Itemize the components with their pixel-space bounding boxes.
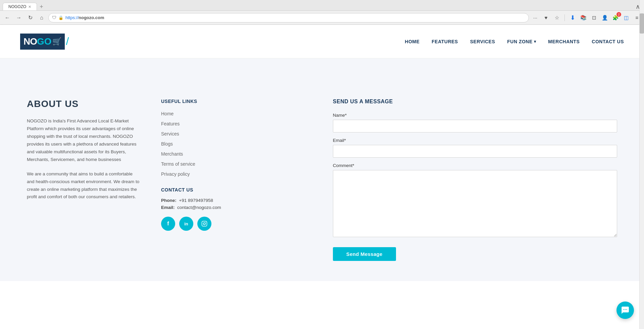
extensions-icon[interactable]: 🧩 2 — [611, 13, 620, 22]
name-label: Name* — [333, 113, 617, 118]
link-terms[interactable]: Terms of service — [161, 161, 195, 167]
footer-contact-info: CONTACT US Phone: +91 8979497958 Email: … — [161, 187, 313, 231]
useful-links-list: Home Features Services Blogs Merchants T… — [161, 111, 313, 177]
footer-section: ABOUT US NOGOZO is India's First Advance… — [0, 78, 644, 281]
list-item: Privacy policy — [161, 171, 313, 177]
logo-no-text: NO — [23, 36, 37, 47]
svg-point-1 — [203, 223, 205, 225]
nav-item-home[interactable]: HOME — [405, 39, 419, 44]
container-icon[interactable]: ◫ — [622, 13, 631, 22]
email-label: Email* — [333, 138, 617, 143]
list-item: Home — [161, 111, 313, 117]
name-field-group: Name* — [333, 113, 617, 132]
footer-about: ABOUT US NOGOZO is India's First Advance… — [27, 99, 141, 261]
site-header: NO GO 🛒 / HOME FEATURES SERVICES FUN ZON… — [0, 25, 644, 58]
logo-go-text: GO — [37, 36, 52, 47]
lock-icon: 🔒 — [58, 15, 63, 20]
extensions-badge: 2 — [616, 12, 621, 17]
back-button[interactable]: ← — [3, 13, 12, 22]
logo-cart-icon: 🛒 — [52, 37, 61, 46]
shield-icon: 🛡 — [52, 15, 56, 20]
list-item: Terms of service — [161, 161, 313, 167]
link-features[interactable]: Features — [161, 121, 180, 126]
library-icon[interactable]: 📚 — [579, 13, 588, 22]
send-message-button[interactable]: Send Message — [333, 247, 396, 261]
nav-item-funzone[interactable]: FUN ZONE ▾ — [507, 39, 536, 44]
email-value: contact@nogozo.com — [177, 205, 221, 210]
email-input[interactable] — [333, 145, 617, 158]
about-para1: NOGOZO is India's First Advanced Local E… — [27, 117, 141, 164]
link-blogs[interactable]: Blogs — [161, 141, 173, 147]
facebook-icon[interactable]: f — [161, 217, 175, 231]
download-icon[interactable]: ⬇ — [568, 13, 577, 22]
comment-label: Comment* — [333, 163, 617, 168]
reload-button[interactable]: ↻ — [26, 13, 35, 22]
hero-gap — [0, 58, 644, 78]
email-label: Email: — [161, 205, 175, 210]
browser-tab[interactable]: NOGOZO ✕ — [3, 3, 37, 10]
home-button[interactable]: ⌂ — [37, 13, 46, 22]
logo-slash: / — [66, 35, 69, 48]
phone-label: Phone: — [161, 198, 177, 203]
scrollbar-thumb[interactable] — [640, 13, 644, 34]
list-item: Services — [161, 131, 313, 137]
tab-close-icon[interactable]: ✕ — [28, 5, 31, 9]
nav-item-services[interactable]: SERVICES — [470, 39, 495, 44]
funzone-dropdown-arrow: ▾ — [534, 39, 536, 44]
link-merchants[interactable]: Merchants — [161, 151, 183, 157]
site-nav: HOME FEATURES SERVICES FUN ZONE ▾ MERCHA… — [405, 39, 624, 44]
website: NO GO 🛒 / HOME FEATURES SERVICES FUN ZON… — [0, 25, 644, 281]
comment-field-group: Comment* — [333, 163, 617, 238]
divider — [564, 14, 565, 21]
contact-email: Email: contact@nogozo.com — [161, 205, 313, 210]
about-para2: We are a community that aims to build a … — [27, 170, 141, 201]
social-icons: f in — [161, 217, 313, 231]
star-icon[interactable]: ☆ — [552, 13, 561, 22]
contact-phone: Phone: +91 8979497958 — [161, 198, 313, 203]
tab-title: NOGOZO — [8, 4, 26, 9]
browser-toolbar: ← → ↻ ⌂ 🛡 🔒 https://nogozo.com ··· ♥ ☆ ⬇… — [0, 11, 644, 25]
nav-item-contact[interactable]: CONTACT US — [592, 39, 624, 44]
email-field-group: Email* — [333, 138, 617, 158]
comment-textarea[interactable] — [333, 170, 617, 237]
footer-links-column: USEFUL LINKS Home Features Services Blog… — [161, 99, 313, 261]
forward-button[interactable]: → — [14, 13, 23, 22]
pocket-icon[interactable]: ♥ — [542, 13, 550, 22]
list-item: Merchants — [161, 151, 313, 157]
phone-value: +91 8979497958 — [179, 198, 213, 203]
url-display[interactable]: https://nogozo.com — [65, 15, 104, 20]
instagram-icon[interactable] — [197, 217, 211, 231]
browser-toolbar-icons: ··· ♥ ☆ ⬇ 📚 ⊡ 👤 🧩 2 ◫ ≡ — [531, 13, 641, 22]
new-tab-button[interactable]: + — [40, 3, 43, 10]
sync-icon[interactable]: ⊡ — [590, 13, 598, 22]
browser-tab-bar: NOGOZO ✕ + ∧ — [0, 0, 644, 11]
logo-box: NO GO 🛒 — [20, 34, 65, 50]
nav-item-features[interactable]: FEATURES — [432, 39, 458, 44]
list-item: Blogs — [161, 141, 313, 147]
link-privacy[interactable]: Privacy policy — [161, 171, 190, 177]
nav-item-merchants[interactable]: MERCHANTS — [548, 39, 580, 44]
link-services[interactable]: Services — [161, 131, 179, 136]
svg-point-2 — [205, 222, 206, 223]
footer-form: SEND US A MESSAGE Name* Email* Comment* … — [333, 99, 617, 261]
profile-icon[interactable]: 👤 — [600, 13, 609, 22]
logo[interactable]: NO GO 🛒 / — [20, 34, 69, 50]
contact-info-heading: CONTACT US — [161, 187, 313, 193]
name-input[interactable] — [333, 120, 617, 132]
more-options-icon[interactable]: ··· — [531, 13, 540, 22]
address-bar[interactable]: 🛡 🔒 https://nogozo.com — [48, 13, 529, 22]
scrollbar-track — [639, 0, 644, 281]
list-item: Features — [161, 121, 313, 127]
link-home[interactable]: Home — [161, 111, 174, 116]
svg-rect-0 — [202, 221, 207, 226]
linkedin-icon[interactable]: in — [179, 217, 193, 231]
about-heading: ABOUT US — [27, 99, 141, 109]
form-heading: SEND US A MESSAGE — [333, 99, 617, 105]
useful-links-heading: USEFUL LINKS — [161, 99, 313, 104]
